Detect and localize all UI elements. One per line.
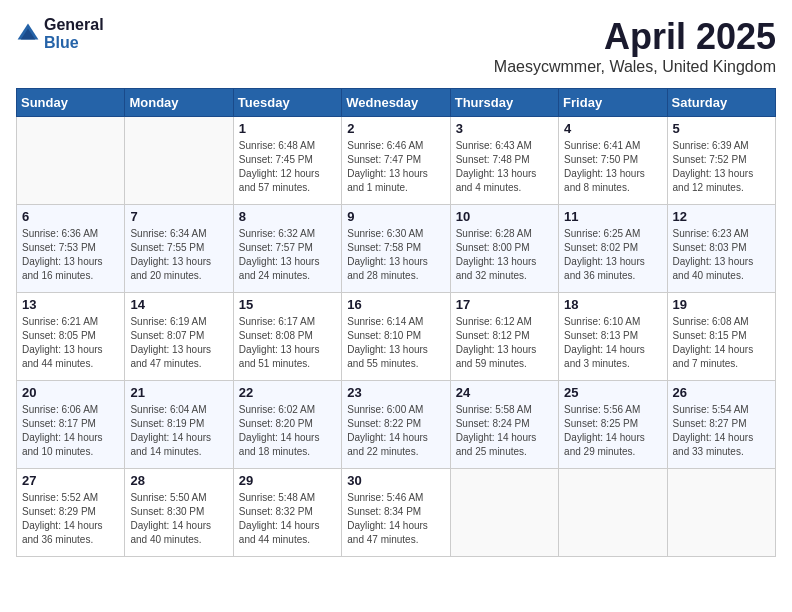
day-info: Sunrise: 6:08 AM Sunset: 8:15 PM Dayligh… (673, 315, 770, 371)
calendar-cell (450, 469, 558, 557)
calendar-cell: 18Sunrise: 6:10 AM Sunset: 8:13 PM Dayli… (559, 293, 667, 381)
day-info: Sunrise: 6:28 AM Sunset: 8:00 PM Dayligh… (456, 227, 553, 283)
day-info: Sunrise: 6:41 AM Sunset: 7:50 PM Dayligh… (564, 139, 661, 195)
logo: General Blue (16, 16, 104, 51)
weekday-header: Saturday (667, 89, 775, 117)
calendar-cell: 12Sunrise: 6:23 AM Sunset: 8:03 PM Dayli… (667, 205, 775, 293)
day-number: 21 (130, 385, 227, 400)
calendar-cell: 9Sunrise: 6:30 AM Sunset: 7:58 PM Daylig… (342, 205, 450, 293)
day-info: Sunrise: 5:58 AM Sunset: 8:24 PM Dayligh… (456, 403, 553, 459)
day-number: 11 (564, 209, 661, 224)
day-info: Sunrise: 6:43 AM Sunset: 7:48 PM Dayligh… (456, 139, 553, 195)
day-info: Sunrise: 6:48 AM Sunset: 7:45 PM Dayligh… (239, 139, 336, 195)
calendar-header: SundayMondayTuesdayWednesdayThursdayFrid… (17, 89, 776, 117)
day-info: Sunrise: 6:02 AM Sunset: 8:20 PM Dayligh… (239, 403, 336, 459)
day-number: 25 (564, 385, 661, 400)
day-number: 5 (673, 121, 770, 136)
day-number: 10 (456, 209, 553, 224)
calendar-cell (125, 117, 233, 205)
calendar-cell: 22Sunrise: 6:02 AM Sunset: 8:20 PM Dayli… (233, 381, 341, 469)
day-number: 23 (347, 385, 444, 400)
month-title: April 2025 (494, 16, 776, 58)
calendar-cell (559, 469, 667, 557)
calendar-cell: 3Sunrise: 6:43 AM Sunset: 7:48 PM Daylig… (450, 117, 558, 205)
day-number: 15 (239, 297, 336, 312)
calendar-cell: 11Sunrise: 6:25 AM Sunset: 8:02 PM Dayli… (559, 205, 667, 293)
calendar-cell: 10Sunrise: 6:28 AM Sunset: 8:00 PM Dayli… (450, 205, 558, 293)
calendar-cell: 4Sunrise: 6:41 AM Sunset: 7:50 PM Daylig… (559, 117, 667, 205)
weekday-header: Wednesday (342, 89, 450, 117)
logo-blue: Blue (44, 34, 104, 52)
day-number: 8 (239, 209, 336, 224)
day-number: 6 (22, 209, 119, 224)
day-info: Sunrise: 6:30 AM Sunset: 7:58 PM Dayligh… (347, 227, 444, 283)
day-info: Sunrise: 6:39 AM Sunset: 7:52 PM Dayligh… (673, 139, 770, 195)
calendar-cell: 2Sunrise: 6:46 AM Sunset: 7:47 PM Daylig… (342, 117, 450, 205)
location: Maesycwmmer, Wales, United Kingdom (494, 58, 776, 76)
weekday-header: Friday (559, 89, 667, 117)
day-number: 1 (239, 121, 336, 136)
day-number: 14 (130, 297, 227, 312)
weekday-header: Thursday (450, 89, 558, 117)
calendar-cell: 14Sunrise: 6:19 AM Sunset: 8:07 PM Dayli… (125, 293, 233, 381)
day-info: Sunrise: 6:06 AM Sunset: 8:17 PM Dayligh… (22, 403, 119, 459)
calendar-cell: 21Sunrise: 6:04 AM Sunset: 8:19 PM Dayli… (125, 381, 233, 469)
day-info: Sunrise: 6:25 AM Sunset: 8:02 PM Dayligh… (564, 227, 661, 283)
calendar-cell: 7Sunrise: 6:34 AM Sunset: 7:55 PM Daylig… (125, 205, 233, 293)
day-number: 27 (22, 473, 119, 488)
day-number: 9 (347, 209, 444, 224)
day-info: Sunrise: 5:48 AM Sunset: 8:32 PM Dayligh… (239, 491, 336, 547)
calendar-cell: 30Sunrise: 5:46 AM Sunset: 8:34 PM Dayli… (342, 469, 450, 557)
day-number: 28 (130, 473, 227, 488)
day-info: Sunrise: 6:12 AM Sunset: 8:12 PM Dayligh… (456, 315, 553, 371)
day-number: 18 (564, 297, 661, 312)
calendar-cell: 17Sunrise: 6:12 AM Sunset: 8:12 PM Dayli… (450, 293, 558, 381)
day-info: Sunrise: 6:14 AM Sunset: 8:10 PM Dayligh… (347, 315, 444, 371)
calendar-cell: 28Sunrise: 5:50 AM Sunset: 8:30 PM Dayli… (125, 469, 233, 557)
day-number: 12 (673, 209, 770, 224)
day-number: 7 (130, 209, 227, 224)
calendar-cell: 8Sunrise: 6:32 AM Sunset: 7:57 PM Daylig… (233, 205, 341, 293)
calendar-cell: 1Sunrise: 6:48 AM Sunset: 7:45 PM Daylig… (233, 117, 341, 205)
day-info: Sunrise: 5:46 AM Sunset: 8:34 PM Dayligh… (347, 491, 444, 547)
day-info: Sunrise: 6:19 AM Sunset: 8:07 PM Dayligh… (130, 315, 227, 371)
day-number: 30 (347, 473, 444, 488)
day-info: Sunrise: 6:32 AM Sunset: 7:57 PM Dayligh… (239, 227, 336, 283)
page-header: General Blue April 2025 Maesycwmmer, Wal… (16, 16, 776, 76)
calendar-cell (667, 469, 775, 557)
day-info: Sunrise: 6:46 AM Sunset: 7:47 PM Dayligh… (347, 139, 444, 195)
day-info: Sunrise: 6:36 AM Sunset: 7:53 PM Dayligh… (22, 227, 119, 283)
day-number: 26 (673, 385, 770, 400)
calendar-cell: 19Sunrise: 6:08 AM Sunset: 8:15 PM Dayli… (667, 293, 775, 381)
day-info: Sunrise: 6:00 AM Sunset: 8:22 PM Dayligh… (347, 403, 444, 459)
calendar-cell: 23Sunrise: 6:00 AM Sunset: 8:22 PM Dayli… (342, 381, 450, 469)
day-number: 22 (239, 385, 336, 400)
day-info: Sunrise: 6:23 AM Sunset: 8:03 PM Dayligh… (673, 227, 770, 283)
calendar-cell: 27Sunrise: 5:52 AM Sunset: 8:29 PM Dayli… (17, 469, 125, 557)
day-number: 4 (564, 121, 661, 136)
calendar-cell: 6Sunrise: 6:36 AM Sunset: 7:53 PM Daylig… (17, 205, 125, 293)
calendar-cell: 20Sunrise: 6:06 AM Sunset: 8:17 PM Dayli… (17, 381, 125, 469)
calendar-cell: 25Sunrise: 5:56 AM Sunset: 8:25 PM Dayli… (559, 381, 667, 469)
day-number: 2 (347, 121, 444, 136)
logo-icon (16, 22, 40, 46)
calendar-cell: 16Sunrise: 6:14 AM Sunset: 8:10 PM Dayli… (342, 293, 450, 381)
day-info: Sunrise: 6:21 AM Sunset: 8:05 PM Dayligh… (22, 315, 119, 371)
day-number: 16 (347, 297, 444, 312)
day-number: 13 (22, 297, 119, 312)
day-number: 20 (22, 385, 119, 400)
weekday-header: Monday (125, 89, 233, 117)
day-info: Sunrise: 5:50 AM Sunset: 8:30 PM Dayligh… (130, 491, 227, 547)
day-info: Sunrise: 6:04 AM Sunset: 8:19 PM Dayligh… (130, 403, 227, 459)
calendar: SundayMondayTuesdayWednesdayThursdayFrid… (16, 88, 776, 557)
calendar-cell (17, 117, 125, 205)
day-number: 19 (673, 297, 770, 312)
day-info: Sunrise: 6:10 AM Sunset: 8:13 PM Dayligh… (564, 315, 661, 371)
calendar-cell: 13Sunrise: 6:21 AM Sunset: 8:05 PM Dayli… (17, 293, 125, 381)
day-number: 29 (239, 473, 336, 488)
calendar-cell: 29Sunrise: 5:48 AM Sunset: 8:32 PM Dayli… (233, 469, 341, 557)
day-number: 17 (456, 297, 553, 312)
day-info: Sunrise: 6:34 AM Sunset: 7:55 PM Dayligh… (130, 227, 227, 283)
day-info: Sunrise: 5:54 AM Sunset: 8:27 PM Dayligh… (673, 403, 770, 459)
calendar-cell: 24Sunrise: 5:58 AM Sunset: 8:24 PM Dayli… (450, 381, 558, 469)
